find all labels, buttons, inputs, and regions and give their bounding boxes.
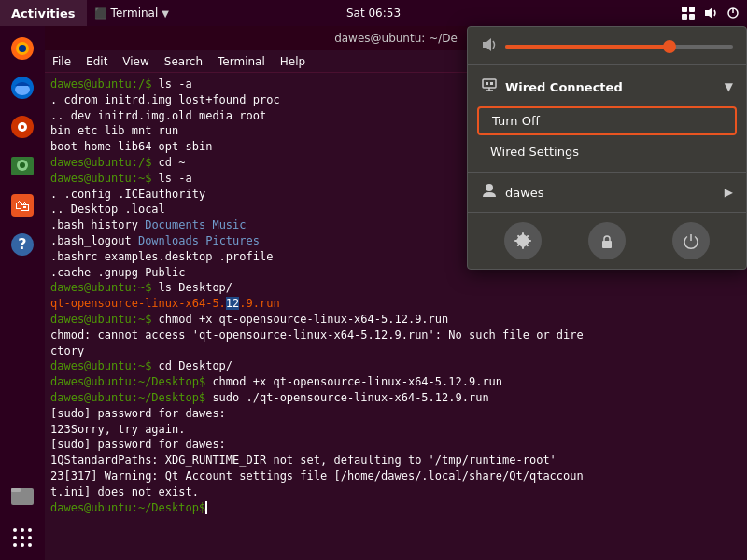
user-row[interactable]: dawes ▶ <box>468 176 746 208</box>
volume-slider[interactable] <box>505 45 733 49</box>
rhythmbox-icon[interactable] <box>4 108 41 146</box>
terminal-line: dawes@ubuntu:~$ cd Desktop/ <box>50 358 741 374</box>
shotwell-icon[interactable] <box>4 147 41 185</box>
volume-thumb <box>663 40 676 53</box>
svg-point-24 <box>13 528 17 532</box>
clock-display: Sat 06:53 <box>346 7 401 20</box>
svg-point-27 <box>13 536 17 539</box>
svg-rect-35 <box>486 82 488 85</box>
terminal-line: dawes@ubuntu:~$ chmod +x qt-opensource-l… <box>50 312 741 328</box>
menu-edit[interactable]: Edit <box>82 50 111 72</box>
svg-point-9 <box>19 45 26 52</box>
svg-rect-40 <box>602 241 612 248</box>
terminal-line: ctory <box>50 343 741 359</box>
svg-rect-3 <box>689 14 695 20</box>
terminal-line: dawes@ubuntu:~$ ls Desktop/ <box>50 280 741 296</box>
menu-view[interactable]: View <box>119 50 152 72</box>
user-name-label: dawes <box>505 186 717 200</box>
terminal-line: dawes@ubuntu:~/Desktop$ sudo ./qt-openso… <box>50 390 741 406</box>
terminal-line: 123Sorry, try again. <box>50 422 741 438</box>
menu-terminal[interactable]: Terminal <box>214 50 269 72</box>
svg-point-30 <box>13 543 17 547</box>
volume-fill <box>505 45 669 49</box>
terminal-line: qt-opensource-linux-x64-5.12.9.run <box>50 296 741 312</box>
volume-icon <box>481 36 498 57</box>
svg-point-25 <box>21 528 24 532</box>
power-tray-icon[interactable] <box>723 3 743 23</box>
menu-search[interactable]: Search <box>161 50 206 72</box>
terminal-window-title: dawes@ubuntu: ~/De <box>334 32 458 45</box>
svg-rect-23 <box>11 488 21 492</box>
svg-point-26 <box>28 528 32 532</box>
files-icon[interactable] <box>4 476 41 513</box>
svg-marker-4 <box>705 7 712 19</box>
user-avatar-icon <box>481 182 498 203</box>
user-chevron-icon: ▶ <box>725 186 733 199</box>
topbar: Activities ⬛ Terminal ▼ Sat 06:53 <box>0 0 747 26</box>
svg-text:🛍: 🛍 <box>15 197 30 215</box>
svg-point-28 <box>21 536 24 539</box>
svg-point-39 <box>486 184 493 191</box>
svg-rect-2 <box>682 14 687 20</box>
wired-network-icon <box>481 77 498 97</box>
terminal-dropdown-chevron[interactable]: ▼ <box>162 8 169 19</box>
help-icon[interactable]: ? <box>4 226 41 263</box>
menu-file[interactable]: File <box>49 50 75 72</box>
terminal-title-bar[interactable]: ⬛ Terminal ▼ <box>87 0 176 26</box>
terminal-window-icon: ⬛ <box>94 7 107 20</box>
svg-point-31 <box>21 543 24 547</box>
svg-rect-36 <box>490 82 493 85</box>
wired-chevron-icon: ▼ <box>725 80 733 93</box>
svg-rect-34 <box>483 79 496 88</box>
svg-rect-0 <box>682 7 687 12</box>
svg-marker-33 <box>483 38 491 51</box>
thunderbird-icon[interactable] <box>4 69 41 106</box>
wired-settings-button[interactable]: Wired Settings <box>477 139 737 164</box>
svg-text:?: ? <box>18 235 26 253</box>
app-grid-icon[interactable] <box>4 519 41 556</box>
software-icon[interactable]: 🛍 <box>4 187 41 224</box>
svg-point-17 <box>20 162 25 168</box>
network-section: Wired Connected ▼ Turn Off Wired Setting… <box>468 65 746 173</box>
network-tray-icon[interactable] <box>678 3 698 23</box>
svg-point-14 <box>21 125 24 129</box>
dock: 🛍 ? <box>0 26 45 560</box>
terminal-line: chmod: cannot access 'qt-opensource-linu… <box>50 328 741 343</box>
svg-point-29 <box>28 536 32 539</box>
system-tray <box>678 0 747 26</box>
terminal-line: dawes@ubuntu:~/Desktop$ chmod +x qt-open… <box>50 374 741 390</box>
terminal-line: 23[317] Warning: Qt Account settings fil… <box>50 469 741 484</box>
user-section: dawes ▶ <box>468 173 746 213</box>
bottom-actions <box>468 213 746 269</box>
turn-off-button[interactable]: Turn Off <box>477 106 737 135</box>
wired-header[interactable]: Wired Connected ▼ <box>468 71 746 103</box>
power-off-button[interactable] <box>672 222 710 259</box>
terminal-line: [sudo] password for dawes: <box>50 406 741 422</box>
terminal-line: dawes@ubuntu:~/Desktop$ <box>50 500 741 516</box>
network-dropdown: Wired Connected ▼ Turn Off Wired Setting… <box>467 26 747 270</box>
terminal-line: t.ini] does not exist. <box>50 484 741 500</box>
svg-point-32 <box>28 543 32 547</box>
menu-help[interactable]: Help <box>276 50 309 72</box>
volume-section <box>468 27 746 65</box>
system-settings-button[interactable] <box>504 222 542 259</box>
terminal-line: [sudo] password for dawes: <box>50 437 741 453</box>
activities-button[interactable]: Activities <box>0 0 87 26</box>
terminal-line: 1QStandardPaths: XDG_RUNTIME_DIR not set… <box>50 453 741 469</box>
wired-connected-label: Wired Connected <box>505 80 717 94</box>
svg-rect-1 <box>689 7 695 12</box>
lock-screen-button[interactable] <box>588 222 626 259</box>
terminal-title-label: Terminal <box>111 7 159 20</box>
volume-tray-icon[interactable] <box>700 3 721 23</box>
firefox-icon[interactable] <box>4 30 41 67</box>
